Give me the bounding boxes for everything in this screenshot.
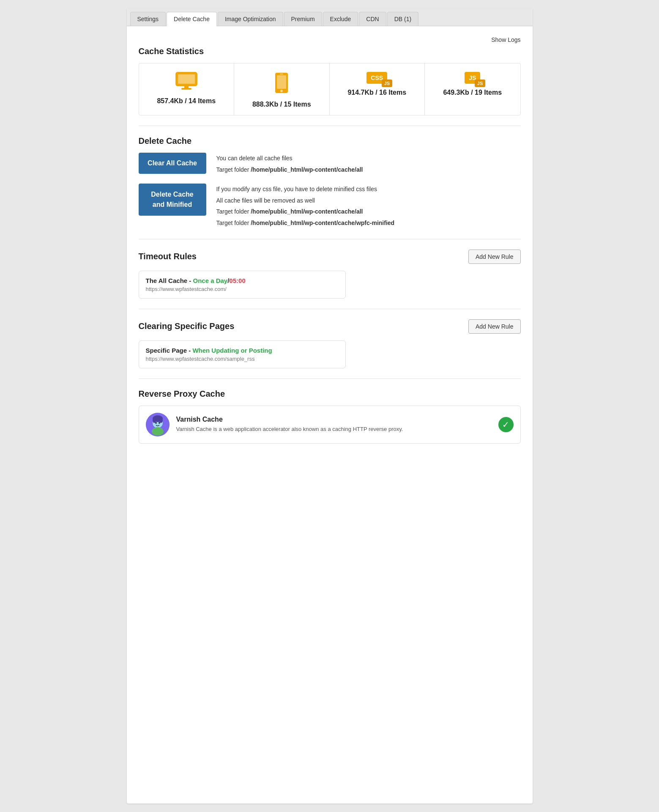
divider-4 — [139, 379, 521, 379]
svg-rect-5 — [181, 88, 191, 90]
clearing-specific-rule-item: Specific Page - When Updating or Posting… — [139, 340, 346, 368]
svg-point-16 — [159, 418, 163, 423]
clear-all-cache-button[interactable]: Clear All Cache — [139, 153, 206, 174]
stat-css-label: 914.7Kb / 16 Items — [347, 89, 406, 96]
timeout-rule-item: The All Cache - Once a Day/05:00 https:/… — [139, 271, 346, 299]
tab-image-optimization[interactable]: Image Optimization — [218, 12, 283, 26]
mobile-icon — [274, 72, 289, 96]
stat-js-label: 649.3Kb / 19 Items — [443, 89, 502, 96]
clear-all-cache-row: Clear All Cache You can delete all cache… — [139, 153, 521, 175]
clear-desc-line1: You can delete all cache files — [216, 153, 363, 164]
show-logs-link[interactable]: Show Logs — [491, 36, 520, 43]
divider-2 — [139, 239, 521, 239]
clearing-specific-heading: Clearing Specific Pages — [139, 321, 235, 331]
tab-cdn[interactable]: CDN — [359, 12, 386, 26]
timeout-add-rule-button[interactable]: Add New Rule — [468, 250, 521, 264]
delete-minified-button[interactable]: Delete Cache and Minified — [139, 184, 206, 216]
delete-minified-row: Delete Cache and Minified If you modify … — [139, 184, 521, 228]
delete-cache-section: Delete Cache Clear All Cache You can del… — [139, 136, 521, 229]
tab-delete-cache[interactable]: Delete Cache — [167, 12, 217, 26]
clear-desc-line2: Target folder /home/public_html/wp-conte… — [216, 164, 363, 176]
reverse-proxy-heading: Reverse Proxy Cache — [139, 389, 521, 399]
varnish-description: Varnish Cache is a web application accel… — [176, 425, 492, 433]
stat-mobile: 888.3Kb / 15 Items — [234, 63, 330, 115]
css-icon: CSS JS — [366, 72, 387, 84]
varnish-name: Varnish Cache — [176, 416, 492, 423]
tab-exclude[interactable]: Exclude — [323, 12, 358, 26]
tab-premium[interactable]: Premium — [284, 12, 322, 26]
stat-mobile-label: 888.3Kb / 15 Items — [252, 101, 311, 108]
divider-3 — [139, 309, 521, 309]
minified-desc-line1: If you modify any css file, you have to … — [216, 184, 395, 195]
svg-rect-11 — [280, 74, 283, 74]
svg-rect-9 — [277, 75, 286, 89]
varnish-info: Varnish Cache Varnish Cache is a web app… — [176, 416, 492, 433]
varnish-avatar — [146, 413, 170, 436]
svg-point-10 — [280, 90, 283, 92]
cache-statistics-section: Cache Statistics — [139, 47, 521, 115]
timeout-rules-heading: Timeout Rules — [139, 252, 197, 261]
clear-all-cache-desc: You can delete all cache files Target fo… — [216, 153, 363, 175]
stats-grid: 857.4Kb / 14 Items 888.3Kb / 15 Items — [139, 63, 521, 115]
divider-1 — [139, 126, 521, 126]
svg-point-18 — [155, 422, 157, 424]
stat-js: JS JS 649.3Kb / 19 Items — [425, 63, 520, 115]
svg-point-19 — [159, 422, 160, 424]
minified-desc-line4: Target folder /home/public_html/wp-conte… — [216, 217, 395, 229]
varnish-card: Varnish Cache Varnish Cache is a web app… — [139, 406, 521, 444]
clearing-specific-rule-url: https://www.wpfastestcache.com/sample_rs… — [146, 356, 339, 362]
delete-cache-heading: Delete Cache — [139, 136, 521, 146]
reverse-proxy-section: Reverse Proxy Cache — [139, 389, 521, 444]
tab-db[interactable]: DB (1) — [387, 12, 418, 26]
stat-css: CSS JS 914.7Kb / 16 Items — [330, 63, 425, 115]
timeout-rule-url: https://www.wpfastestcache.com/ — [146, 286, 339, 292]
cache-statistics-heading: Cache Statistics — [139, 47, 521, 56]
show-logs-row: Show Logs — [139, 36, 521, 43]
timeout-rules-header: Timeout Rules Add New Rule — [139, 250, 521, 264]
minified-desc-line2: All cache files will be removed as well — [216, 195, 395, 206]
varnish-check-icon: ✓ — [498, 417, 514, 432]
svg-rect-7 — [178, 74, 195, 84]
stat-desktop-label: 857.4Kb / 14 Items — [157, 97, 216, 105]
clearing-specific-section: Clearing Specific Pages Add New Rule Spe… — [139, 319, 521, 368]
tab-settings[interactable]: Settings — [130, 12, 166, 26]
page-content: Show Logs Cache Statistics — [127, 26, 533, 454]
js-icon: JS JS — [465, 72, 480, 84]
tab-bar: Settings Delete Cache Image Optimization… — [127, 8, 533, 26]
minified-desc-line3: Target folder /home/public_html/wp-conte… — [216, 206, 395, 217]
desktop-icon — [175, 72, 197, 92]
svg-point-15 — [153, 418, 156, 423]
timeout-rule-title: The All Cache - Once a Day/05:00 — [146, 277, 339, 284]
svg-point-17 — [152, 427, 164, 436]
clearing-specific-header: Clearing Specific Pages Add New Rule — [139, 319, 521, 334]
timeout-rules-section: Timeout Rules Add New Rule The All Cache… — [139, 250, 521, 299]
delete-minified-desc: If you modify any css file, you have to … — [216, 184, 395, 228]
main-container: Settings Delete Cache Image Optimization… — [127, 8, 533, 804]
clearing-add-rule-button[interactable]: Add New Rule — [468, 319, 521, 334]
clearing-specific-rule-title: Specific Page - When Updating or Posting — [146, 347, 339, 354]
stat-desktop: 857.4Kb / 14 Items — [139, 63, 235, 115]
